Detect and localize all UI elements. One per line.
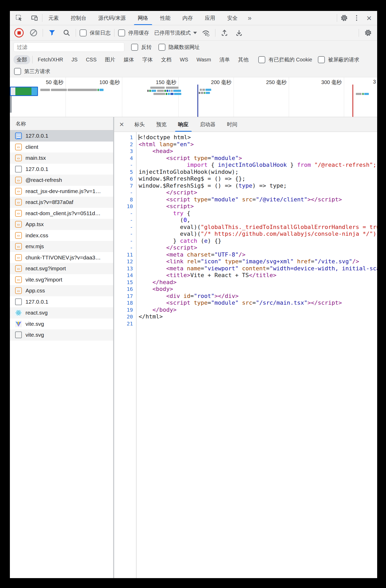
device-toolbar-icon[interactable] [29,12,40,23]
hide-data-urls-toggle[interactable]: 隐藏数据网址 [158,44,200,51]
inspect-element-icon[interactable] [14,12,24,23]
disable-cache-toggle[interactable]: 停用缓存 [118,29,149,36]
line-number: 17 [114,293,136,300]
third-party-toggle[interactable]: 第三方请求 [14,68,50,75]
request-row[interactable]: ‹›App.tsx [10,219,113,230]
line-number: 21 [114,320,136,327]
divider [32,56,33,63]
code-line: </script> [137,244,377,251]
request-row[interactable]: ‹›@react-refresh [10,175,113,186]
timeline-gridline [344,77,344,117]
type-filter-清单[interactable]: 清单 [216,55,233,64]
code-line: import { injectIntoGlobalHook } from "/@… [137,162,377,169]
timeline-tick-label: 300 毫秒 [321,79,344,86]
divider [337,14,337,22]
request-row[interactable]: react.svg [10,307,113,318]
request-row[interactable]: 127.0.0.1 [10,130,113,142]
network-conditions-icon[interactable] [201,27,211,38]
waterfall-bar [151,90,156,92]
waterfall-bar [168,93,170,95]
request-row[interactable]: ‹›main.tsx [10,152,113,164]
record-network-log-button[interactable] [14,27,24,38]
request-row[interactable]: ‹›react_jsx-dev-runtime.js?v=1… [10,186,113,197]
detail-tab-响应[interactable]: 响应 [172,117,194,132]
waterfall-bar [206,92,210,94]
tab-性能[interactable]: 性能 [154,11,177,25]
close-icon[interactable]: × [364,12,375,23]
waterfall-bar [166,93,167,95]
type-filter-其他[interactable]: 其他 [235,55,252,64]
response-code-viewer[interactable]: 1234-567-810------1112131415161718192021… [114,132,377,578]
name-column-header[interactable]: 名称 [10,117,113,130]
request-row[interactable]: ‹›client [10,142,113,153]
kebab-menu-icon[interactable] [351,12,362,23]
network-settings-gear-icon[interactable] [363,27,374,38]
network-overview-timeline[interactable]: 50 毫秒100 毫秒150 毫秒200 毫秒250 毫秒300 毫秒3 [10,77,377,117]
request-row[interactable]: ‹›vite.svg?import [10,274,113,285]
disable-cache-checkbox[interactable] [118,29,125,36]
divider [215,29,215,37]
settings-gear-icon[interactable] [339,12,350,23]
type-filter-字体[interactable]: 字体 [139,55,156,64]
detail-tab-时间[interactable]: 时间 [221,117,243,132]
request-row[interactable]: ‹›App.css [10,285,113,296]
request-row[interactable]: 127.0.0.1 [10,296,113,308]
request-name: react.js?v=8f37a0af [25,199,73,205]
import-har-icon[interactable] [219,27,230,38]
blocked-cookies-toggle[interactable]: 有已拦截的 Cookie [258,56,312,63]
tab-网络[interactable]: 网络 [132,11,154,25]
detail-tab-标头[interactable]: 标头 [129,117,151,132]
vite-logo-icon [15,321,22,327]
request-row[interactable]: ‹›react-dom_client.js?v=0511d… [10,208,113,219]
request-row[interactable]: ‹›react.js?v=8f37a0af [10,197,113,208]
type-filter-媒体[interactable]: 媒体 [120,55,137,64]
invert-checkbox[interactable] [131,44,138,51]
preserve-log-toggle[interactable]: 保留日志 [80,29,111,36]
hide-data-urls-checkbox[interactable] [158,44,165,51]
waterfall-bar [171,90,173,92]
type-filter-全部[interactable]: 全部 [14,55,30,64]
export-har-icon[interactable] [234,27,245,38]
filter-funnel-icon[interactable] [47,27,57,38]
invert-filter-toggle[interactable]: 反转 [131,44,152,51]
line-number: - [114,217,136,224]
request-row[interactable]: 127.0.0.1 [10,164,113,175]
detail-tab-启动器[interactable]: 启动器 [194,117,221,132]
filter-input[interactable] [14,42,124,52]
preserve-log-checkbox[interactable] [80,29,87,36]
close-detail-icon[interactable]: × [114,117,129,132]
type-filter-JS[interactable]: JS [68,56,81,64]
search-icon[interactable] [61,27,72,38]
request-row[interactable]: ‹›react.svg?import [10,263,113,274]
type-filter-Fetch/XHR[interactable]: Fetch/XHR [35,56,66,64]
tab-内存[interactable]: 内存 [177,11,199,25]
third-party-row: 第三方请求 [10,66,377,77]
tab-应用[interactable]: 应用 [199,11,221,25]
request-row[interactable]: ‹›chunk-TTIVONEV.js?v=daa3… [10,252,113,263]
type-filter-图片[interactable]: 图片 [102,55,118,64]
blocked-requests-toggle[interactable]: 被屏蔽的请求 [318,56,359,63]
request-row[interactable]: ‹›index.css [10,230,113,241]
detail-tab-预览[interactable]: 预览 [151,117,172,132]
type-filter-WS[interactable]: WS [177,56,191,64]
request-row[interactable]: vite.svg [10,318,113,330]
blocked-cookies-checkbox[interactable] [258,56,265,63]
request-row[interactable]: vite.svg [10,329,113,341]
tab-源代码/来源[interactable]: 源代码/来源 [92,11,132,25]
code-line: <!doctype html> [137,134,377,141]
more-tabs-chevron[interactable]: » [244,11,256,25]
tab-控制台[interactable]: 控制台 [65,11,92,25]
clear-network-log-button[interactable] [28,27,39,38]
tab-元素[interactable]: 元素 [42,11,65,25]
throttling-dropdown[interactable]: 已停用节流模式 [154,29,197,36]
code-line: <script type="module" src="/src/main.tsx… [137,299,377,306]
request-row[interactable]: ‹›env.mjs [10,241,113,252]
divider [359,29,359,37]
type-filter-CSS[interactable]: CSS [83,56,100,64]
type-filter-文档[interactable]: 文档 [158,55,175,64]
tab-安全[interactable]: 安全 [221,11,244,25]
script-file-icon: ‹› [15,287,22,294]
type-filter-Wasm[interactable]: Wasm [194,56,214,64]
blocked-requests-checkbox[interactable] [318,56,325,63]
third-party-checkbox[interactable] [14,68,21,75]
